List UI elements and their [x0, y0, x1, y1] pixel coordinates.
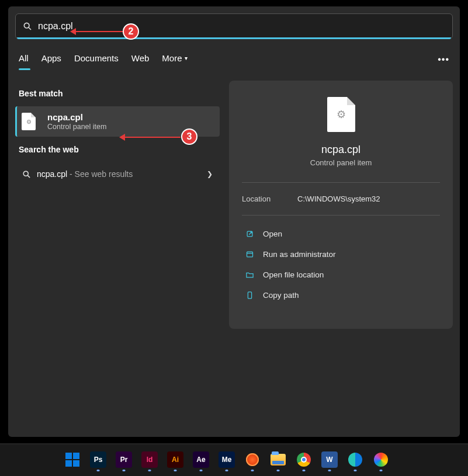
annotation-arrow-3 [125, 137, 181, 138]
tab-more-label: More [162, 53, 182, 63]
taskbar-app-mediaencoder[interactable]: Me [219, 451, 235, 468]
chevron-down-icon: ▾ [185, 55, 188, 61]
taskbar-app-indesign[interactable]: Id [141, 451, 158, 468]
action-open[interactable]: Open [242, 224, 440, 244]
folder-icon [271, 454, 286, 465]
tab-web[interactable]: Web [131, 53, 150, 69]
chevron-right-icon: ❯ [207, 170, 213, 178]
search-icon [23, 22, 32, 31]
action-run-as-administrator[interactable]: Run as administrator [242, 244, 440, 265]
detail-location-label: Location [242, 194, 297, 203]
copy-icon [244, 291, 255, 300]
results-area: Best match ⚙ ncpa.cpl Control panel item… [15, 81, 453, 329]
action-copy-path[interactable]: Copy path [242, 285, 440, 305]
search-input[interactable] [38, 21, 446, 32]
tab-all[interactable]: All [19, 53, 29, 69]
divider [242, 215, 440, 216]
taskbar-app-generic-2[interactable] [373, 451, 389, 468]
gear-icon: ⚙ [26, 119, 32, 125]
web-result-label: ncpa.cpl - See web results [37, 169, 133, 179]
folder-icon [244, 270, 255, 279]
section-search-web: Search the web [19, 145, 220, 154]
start-button[interactable] [64, 451, 81, 468]
action-open-loc-label: Open file location [263, 270, 324, 279]
web-result-suffix: - See web results [67, 169, 133, 179]
best-match-title: ncpa.cpl [47, 112, 106, 122]
detail-actions: Open Run as administrator [242, 224, 440, 305]
results-left-column: Best match ⚙ ncpa.cpl Control panel item… [15, 81, 220, 329]
svg-rect-6 [248, 292, 251, 298]
taskbar-app-file-explorer[interactable] [270, 451, 286, 468]
chrome-icon [297, 453, 311, 467]
gear-icon: ⚙ [337, 108, 346, 121]
taskbar-app-generic[interactable] [244, 451, 261, 468]
start-search-panel: All Apps Documents Web More ▾ ••• Best m… [8, 6, 460, 437]
taskbar-app-chrome[interactable] [296, 451, 312, 468]
result-detail-pane: ⚙ ncpa.cpl Control panel item Location C… [229, 81, 453, 329]
tab-apps[interactable]: Apps [41, 53, 61, 69]
edge-icon [348, 453, 362, 467]
svg-rect-5 [247, 252, 252, 257]
taskbar-app-photoshop[interactable]: Ps [90, 451, 106, 468]
section-best-match: Best match [19, 89, 220, 98]
action-copy-path-label: Copy path [263, 291, 299, 300]
detail-location-row: Location C:\WINDOWS\system32 [242, 183, 440, 215]
taskbar-app-word[interactable]: W [321, 451, 338, 468]
search-icon [22, 170, 31, 179]
detail-title: ncpa.cpl [321, 144, 360, 156]
sun-icon [246, 453, 259, 466]
web-result-term: ncpa.cpl [37, 169, 67, 179]
shield-icon [244, 250, 255, 259]
svg-point-2 [23, 171, 28, 176]
svg-line-1 [29, 27, 31, 30]
annotation-badge-3: 3 [181, 128, 197, 145]
windows-logo-icon [65, 453, 79, 467]
action-run-admin-label: Run as administrator [263, 250, 336, 259]
ring-icon [374, 453, 388, 467]
taskbar-app-aftereffects[interactable]: Ae [193, 451, 209, 468]
svg-point-0 [24, 23, 29, 28]
action-open-label: Open [263, 230, 282, 238]
detail-subtitle: Control panel item [310, 158, 372, 167]
options-button[interactable]: ••• [438, 54, 449, 65]
taskbar: Ps Pr Id Ai Ae Me W [0, 443, 468, 476]
taskbar-app-premiere[interactable]: Pr [116, 451, 132, 468]
control-panel-item-icon: ⚙ [327, 97, 355, 132]
taskbar-app-illustrator[interactable]: Ai [167, 451, 183, 468]
open-external-icon [244, 230, 255, 238]
tab-documents[interactable]: Documents [74, 53, 119, 69]
tab-more[interactable]: More ▾ [162, 53, 187, 69]
svg-line-3 [27, 175, 30, 178]
action-open-file-location[interactable]: Open file location [242, 265, 440, 285]
annotation-badge-2: 2 [123, 23, 139, 40]
best-match-subtitle: Control panel item [47, 123, 106, 131]
annotation-arrow-2 [76, 31, 123, 32]
taskbar-app-edge[interactable] [347, 451, 363, 468]
search-bar[interactable] [15, 13, 453, 39]
filter-tabs: All Apps Documents Web More ▾ ••• [15, 39, 453, 75]
control-panel-item-icon: ⚙ [17, 113, 40, 130]
web-search-result[interactable]: ncpa.cpl - See web results ❯ [15, 162, 220, 186]
detail-location-value: C:\WINDOWS\system32 [297, 194, 380, 203]
best-match-text: ncpa.cpl Control panel item [47, 112, 106, 131]
